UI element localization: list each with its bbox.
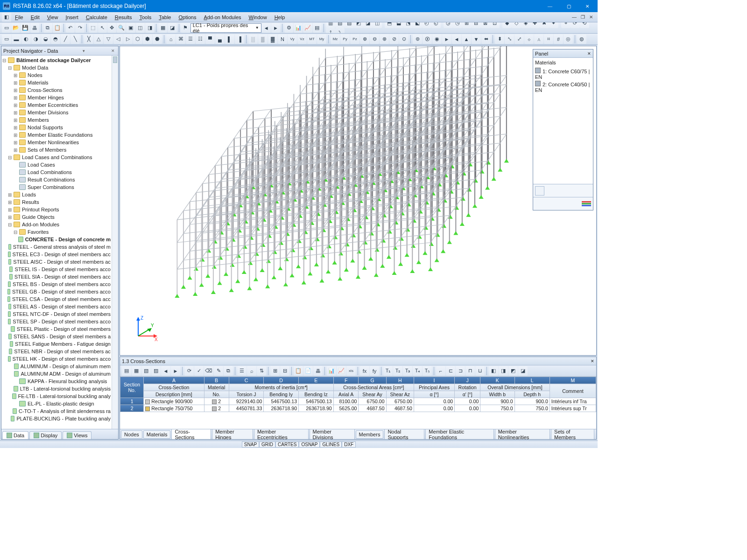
tree-load-cases[interactable]: Load Cases bbox=[1, 161, 118, 168]
tool1-btn-3[interactable]: ◩ bbox=[354, 22, 363, 28]
tree-load-combinations[interactable]: Load Combinations bbox=[1, 168, 118, 176]
tool1-btn-13[interactable]: ◷ bbox=[453, 22, 462, 28]
menu-table[interactable]: Table bbox=[155, 14, 175, 21]
tabletool-1[interactable]: ▦ bbox=[132, 366, 141, 376]
tree-materials[interactable]: ⊞Materials bbox=[1, 79, 118, 86]
tool2-btn-45[interactable]: ▲ bbox=[462, 35, 471, 44]
navigator-tree[interactable]: ⊟Bâtiment de stockage Dailycer⊟Model Dat… bbox=[1, 56, 118, 429]
tool2-btn-15[interactable]: ⬣ bbox=[153, 35, 162, 44]
tree-nodal-supports[interactable]: ⊞Nodal Supports bbox=[1, 124, 118, 131]
tool2-btn-3[interactable]: ◑ bbox=[31, 35, 41, 44]
status-glines[interactable]: GLINES bbox=[320, 441, 342, 448]
tool1-btn-17[interactable]: ⊡ bbox=[490, 22, 500, 28]
new-icon[interactable]: ▭ bbox=[2, 23, 11, 33]
tabletool-5[interactable]: ► bbox=[171, 366, 180, 376]
tool2-btn-44[interactable]: ◄ bbox=[452, 35, 461, 44]
tool2-btn-19[interactable]: ☷ bbox=[196, 35, 205, 44]
tree-steel-hk-design-of-steel-membe[interactable]: STEEL HK - Design of steel members acco bbox=[1, 355, 118, 363]
previous-view-icon[interactable]: ◨ bbox=[145, 23, 154, 33]
tool1-btn-24[interactable]: ⌖ bbox=[561, 22, 571, 28]
tree-steel-ec3-design-of-steel-memb[interactable]: STEEL EC3 - Design of steel members acc bbox=[1, 251, 118, 258]
status-dxf[interactable]: DXF bbox=[342, 441, 356, 448]
tool1-btn-19[interactable]: ◇ bbox=[512, 22, 521, 28]
tool1-btn-0[interactable]: ▥ bbox=[326, 22, 335, 28]
tool1-btn-14[interactable]: ⊞ bbox=[462, 22, 472, 28]
tool2-btn-1[interactable]: ▬ bbox=[12, 35, 21, 44]
mdi-minimize-icon[interactable]: — bbox=[571, 14, 578, 20]
tree-plate-buckling-plate-buckling-[interactable]: PLATE-BUCKLING - Plate buckling analy bbox=[1, 415, 118, 422]
views-icon[interactable]: ▦ bbox=[158, 23, 167, 33]
tool2-btn-8[interactable]: ╳ bbox=[84, 35, 93, 44]
table-icon[interactable]: ▤ bbox=[313, 23, 322, 33]
tabletool-28[interactable]: fx bbox=[360, 366, 369, 376]
app-menu-icon[interactable]: ◧ bbox=[2, 13, 11, 22]
tool2-btn-49[interactable]: ⤡ bbox=[505, 35, 514, 44]
tool2-btn-31[interactable]: My bbox=[317, 35, 326, 44]
panel-close-icon[interactable]: ✕ bbox=[587, 51, 591, 56]
tool2-btn-55[interactable]: ◎ bbox=[564, 35, 573, 44]
select-icon[interactable]: ⬚ bbox=[89, 23, 98, 33]
tool2-btn-48[interactable]: ⬍ bbox=[495, 35, 504, 44]
tool1-btn-21[interactable]: ✚ bbox=[530, 22, 540, 28]
tree-steel-sp-design-of-steel-membe[interactable]: STEEL SP - Design of steel members acco bbox=[1, 318, 118, 325]
tool2-btn-32[interactable]: Mz bbox=[331, 35, 340, 44]
tree-cross-sections[interactable]: ⊞Cross-Sections bbox=[1, 86, 118, 94]
tabletool-43[interactable]: ◧ bbox=[489, 366, 498, 376]
tabletool-9[interactable]: ⌫ bbox=[204, 366, 213, 376]
tool2-btn-7[interactable]: ╲ bbox=[70, 35, 80, 44]
tree-add-on-modules[interactable]: ⊟Add-on Modules bbox=[1, 221, 118, 228]
results-icon[interactable]: 📊 bbox=[294, 23, 303, 33]
pointer-icon[interactable]: ↖ bbox=[98, 23, 107, 33]
tool2-btn-9[interactable]: △ bbox=[94, 35, 103, 44]
tabletool-26[interactable]: xls bbox=[346, 366, 356, 376]
tabletool-7[interactable]: ⟳ bbox=[184, 366, 194, 376]
menu-calculate[interactable]: Calculate bbox=[82, 14, 111, 21]
tabletool-22[interactable]: 🖶 bbox=[313, 366, 323, 376]
tabletool-38[interactable]: ⊏ bbox=[446, 366, 455, 376]
tree-member-elastic-foundations[interactable]: ⊞Member Elastic Foundations bbox=[1, 131, 118, 139]
tool1-btn-8[interactable]: ⬔ bbox=[403, 22, 413, 28]
mdi-close-icon[interactable]: ✕ bbox=[587, 14, 595, 20]
loadcase-combo[interactable]: LC1 - Poids propres des élé▼ bbox=[190, 23, 261, 33]
tool1-btn-9[interactable]: ⬕ bbox=[413, 22, 422, 28]
tool1-btn-11[interactable]: ◵ bbox=[431, 22, 441, 28]
zoom-icon[interactable]: 🔍 bbox=[117, 23, 126, 33]
cross-sections-grid[interactable]: SectionNo.ABCDEFGHIJKLMCross-SectionMate… bbox=[120, 377, 596, 429]
tabletool-33[interactable]: T₃ bbox=[403, 366, 412, 376]
tool2-btn-43[interactable]: ► bbox=[442, 35, 451, 44]
tool2-btn-21[interactable]: ▄ bbox=[215, 35, 225, 44]
calc-icon[interactable]: ⚙ bbox=[284, 23, 293, 33]
panel-material-item[interactable]: 2: Concrete C40/50 | EN bbox=[535, 80, 591, 93]
tabletool-18[interactable]: ⊟ bbox=[280, 366, 289, 376]
tabletool-31[interactable]: T₁ bbox=[383, 366, 393, 376]
tool1-btn-23[interactable]: ✦ bbox=[549, 22, 558, 28]
tool2-btn-16[interactable]: ⌂ bbox=[166, 35, 176, 44]
menu-add-on-modules[interactable]: Add-on Modules bbox=[200, 14, 245, 21]
menu-view[interactable]: View bbox=[43, 14, 62, 21]
tabletool-20[interactable]: 📋 bbox=[294, 366, 303, 376]
tool2-btn-5[interactable]: ◓ bbox=[51, 35, 60, 44]
tool2-btn-51[interactable]: ⟐ bbox=[524, 35, 534, 44]
tool2-btn-50[interactable]: ⤢ bbox=[514, 35, 524, 44]
menu-options[interactable]: Options bbox=[175, 14, 200, 21]
navtab-views[interactable]: Views bbox=[63, 431, 92, 439]
tabletab-nodes[interactable]: Nodes bbox=[121, 430, 142, 439]
tool2-btn-20[interactable]: ▀ bbox=[205, 35, 215, 44]
tool2-btn-53[interactable]: ⌗ bbox=[544, 35, 553, 44]
tabletab-members[interactable]: Members bbox=[356, 430, 384, 439]
tabletool-34[interactable]: T₄ bbox=[413, 366, 422, 376]
tree-steel-as-design-of-steel-membe[interactable]: STEEL AS - Design of steel members acco bbox=[1, 303, 118, 310]
tool2-btn-25[interactable]: ▒ bbox=[258, 35, 268, 44]
model-viewport[interactable]: Z X Y Panel✕ Materials 1: Concrete C60/7… bbox=[120, 46, 597, 356]
tool2-btn-23[interactable]: ▐ bbox=[235, 35, 244, 44]
tabletab-member-hinges[interactable]: Member Hinges bbox=[212, 429, 253, 439]
tree-nodes[interactable]: ⊞Nodes bbox=[1, 71, 118, 79]
prev-lc-icon[interactable]: ◄ bbox=[262, 23, 271, 33]
tree-load-cases-and-combinations[interactable]: ⊟Load Cases and Combinations bbox=[1, 154, 118, 161]
tabletool-11[interactable]: ⧉ bbox=[224, 366, 233, 376]
menu-help[interactable]: Help bbox=[271, 14, 289, 21]
mdi-restore-icon[interactable]: ❐ bbox=[579, 14, 586, 20]
tabletool-2[interactable]: ▧ bbox=[141, 366, 151, 376]
tabletab-materials[interactable]: Materials bbox=[143, 430, 171, 439]
tabletab-nodal-supports[interactable]: Nodal Supports bbox=[384, 429, 424, 439]
